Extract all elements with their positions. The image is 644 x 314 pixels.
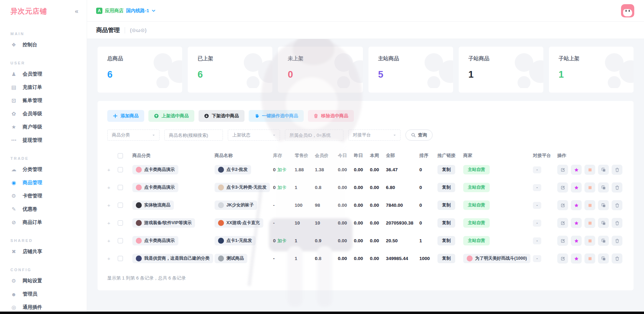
favorite-button[interactable] bbox=[571, 182, 582, 193]
copy-button[interactable] bbox=[598, 236, 609, 246]
copy-button[interactable] bbox=[598, 253, 609, 264]
list-selected-button[interactable]: 上架选中商品 bbox=[148, 110, 194, 122]
add-cards-link[interactable]: 加卡 bbox=[278, 238, 287, 243]
copy-link-button[interactable]: 复制 bbox=[437, 201, 455, 210]
copy-button[interactable] bbox=[598, 218, 609, 228]
category-cell: 实体物流商品 bbox=[132, 201, 215, 210]
member-id-filter-input[interactable] bbox=[285, 129, 343, 141]
copy-button[interactable] bbox=[598, 182, 609, 193]
pause-button[interactable] bbox=[584, 236, 595, 246]
copy-link-button[interactable]: 复制 bbox=[437, 236, 455, 245]
sidebar-collapse-icon[interactable]: « bbox=[75, 8, 78, 15]
sidebar-item-site-settings[interactable]: ⚙网站设置 bbox=[0, 274, 87, 288]
sidebar-item-member-management[interactable]: ♟会员管理 bbox=[0, 68, 87, 81]
row-checkbox[interactable] bbox=[118, 167, 123, 172]
add-product-button[interactable]: 添加商品 bbox=[107, 110, 144, 122]
column-header: 商品名称 bbox=[215, 152, 273, 159]
edit-button[interactable] bbox=[557, 182, 568, 193]
pause-button[interactable] bbox=[584, 200, 595, 210]
sidebar-item-administrators[interactable]: ☻管理员 bbox=[0, 288, 87, 301]
favorite-icon bbox=[574, 185, 579, 190]
sidebar-item-product-orders[interactable]: ⊘商品订单 bbox=[0, 216, 87, 229]
copy-link-button[interactable]: 复制 bbox=[437, 183, 455, 192]
row-expander[interactable]: + bbox=[107, 256, 118, 261]
delete-button[interactable] bbox=[612, 182, 622, 193]
delete-button[interactable] bbox=[612, 236, 622, 246]
platform-badge: - bbox=[533, 237, 541, 244]
batch-operate-selected-button[interactable]: 一键操作选中商品 bbox=[249, 110, 304, 122]
sidebar-item-category-management[interactable]: ☁分类管理 bbox=[0, 163, 87, 176]
titlebar: 商品管理 (⊙ω⊙) bbox=[87, 22, 644, 39]
sidebar-item-member-levels[interactable]: ✿会员等级 bbox=[0, 107, 87, 120]
add-cards-link[interactable]: 加卡 bbox=[278, 167, 287, 172]
user-avatar[interactable] bbox=[621, 4, 634, 17]
delete-button[interactable] bbox=[612, 218, 622, 228]
pause-button[interactable] bbox=[584, 253, 595, 264]
sidebar-item-merchant-levels[interactable]: ★商户等级 bbox=[0, 120, 87, 134]
sidebar-item-card-key-management[interactable]: ⚙卡密管理 bbox=[0, 189, 87, 203]
edit-button[interactable] bbox=[557, 165, 568, 175]
sidebar-item-label: 商品管理 bbox=[23, 180, 42, 186]
favorite-button[interactable] bbox=[571, 218, 582, 228]
row-expander[interactable]: + bbox=[107, 202, 118, 208]
favorite-button[interactable] bbox=[571, 165, 582, 175]
favorite-button[interactable] bbox=[571, 200, 582, 210]
row-checkbox[interactable] bbox=[118, 256, 123, 261]
product-cell: 点卡1-无批发 bbox=[215, 236, 273, 245]
pause-button[interactable] bbox=[584, 218, 595, 228]
edit-button[interactable] bbox=[557, 253, 568, 264]
copy-button[interactable] bbox=[598, 165, 609, 175]
sidebar-item-recharge-orders[interactable]: ▤充值订单 bbox=[0, 81, 87, 94]
store-line-selector[interactable]: A 应用商店 国内线路-1 bbox=[96, 8, 156, 14]
sidebar-section-label: CONFIG bbox=[0, 268, 87, 272]
copy-link-button[interactable]: 复制 bbox=[437, 218, 455, 228]
favorite-button[interactable] bbox=[571, 253, 582, 264]
pause-icon bbox=[588, 167, 592, 172]
row-expander[interactable]: + bbox=[107, 238, 118, 244]
sidebar-item-console[interactable]: ❖控制台 bbox=[0, 38, 87, 52]
sidebar-item-shop-sharing[interactable]: ✖店铺共享 bbox=[0, 245, 87, 258]
favorite-button[interactable] bbox=[571, 236, 582, 246]
row-expander[interactable]: + bbox=[107, 185, 118, 190]
stock-quantity: 0 bbox=[273, 167, 276, 172]
week-sales-cell: 0.00 bbox=[370, 167, 386, 172]
row-expander[interactable]: + bbox=[107, 220, 118, 226]
copy-button[interactable] bbox=[598, 200, 609, 210]
select-all-checkbox[interactable] bbox=[118, 153, 123, 158]
row-checkbox[interactable] bbox=[118, 185, 123, 190]
search-button[interactable]: 查询 bbox=[405, 129, 433, 141]
sidebar-item-coupons[interactable]: ✎优惠卷 bbox=[0, 203, 87, 216]
sidebar-item-product-management[interactable]: ◉商品管理 bbox=[0, 176, 87, 189]
merchant-badge: 主站自营 bbox=[463, 183, 490, 192]
category-filter-select[interactable]: 商品分类 bbox=[107, 129, 160, 141]
sidebar-item-general-plugins[interactable]: ◎通用插件 bbox=[0, 301, 87, 312]
main-area: A 应用商店 国内线路-1 商品管理 (⊙ω⊙) 总商品6已上架6未上架0主站商… bbox=[87, 0, 644, 312]
row-checkbox[interactable] bbox=[118, 238, 123, 243]
row-checkbox[interactable] bbox=[118, 203, 123, 208]
row-expander[interactable]: + bbox=[107, 167, 118, 173]
product-name-filter-input[interactable] bbox=[164, 129, 223, 141]
remove-selected-button[interactable]: 移除选中商品 bbox=[308, 110, 354, 122]
pause-button[interactable] bbox=[584, 182, 595, 193]
edit-button[interactable] bbox=[557, 236, 568, 246]
sidebar-item-withdrawal-management[interactable]: ⋯提现管理 bbox=[0, 134, 87, 147]
merchant-cell: 为了明天美好而战斗(1000) bbox=[463, 254, 533, 263]
delete-button[interactable] bbox=[612, 200, 622, 210]
sidebar-item-bill-management[interactable]: ⊡账单管理 bbox=[0, 94, 87, 107]
status-filter-select[interactable]: 上架状态 bbox=[228, 129, 280, 141]
product-cell: XX游戏-点卡直充 bbox=[215, 218, 273, 228]
row-checkbox[interactable] bbox=[118, 220, 123, 226]
stat-card: 总商品6 bbox=[98, 47, 182, 93]
pause-button[interactable] bbox=[584, 165, 595, 175]
add-cards-link[interactable]: 加卡 bbox=[278, 185, 287, 190]
copy-icon bbox=[601, 203, 606, 208]
edit-button[interactable] bbox=[557, 218, 568, 228]
copy-link-button[interactable]: 复制 bbox=[437, 254, 455, 263]
copy-link-button[interactable]: 复制 bbox=[437, 165, 455, 174]
category-cell: 点卡类商品演示 bbox=[132, 183, 215, 192]
delete-button[interactable] bbox=[612, 253, 622, 264]
platform-filter-select[interactable]: 对接平台 bbox=[348, 129, 401, 141]
delete-button[interactable] bbox=[612, 165, 622, 175]
edit-button[interactable] bbox=[557, 200, 568, 210]
delist-selected-button[interactable]: 下架选中商品 bbox=[199, 110, 245, 122]
